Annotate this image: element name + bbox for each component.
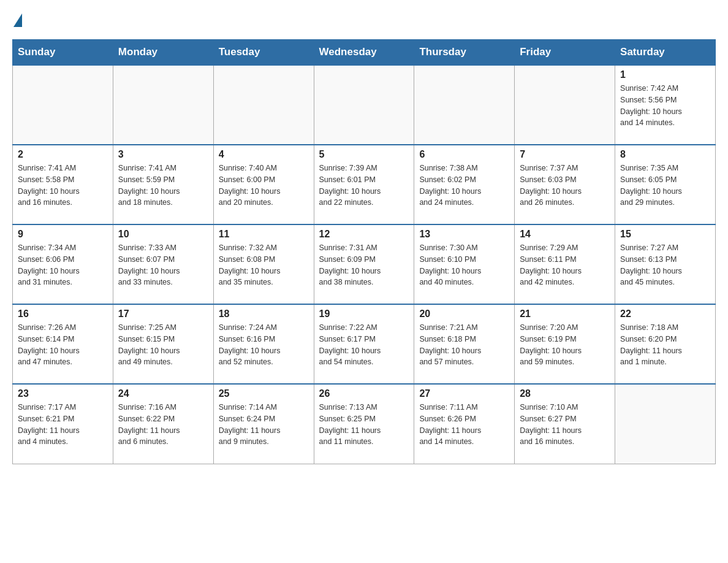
logo — [12, 12, 22, 27]
day-number: 8 — [620, 149, 710, 160]
day-number: 27 — [419, 388, 509, 399]
calendar-header-thursday: Thursday — [414, 40, 515, 66]
calendar-cell: 27Sunrise: 7:11 AM Sunset: 6:26 PM Dayli… — [414, 384, 515, 464]
day-number: 2 — [18, 149, 108, 160]
calendar-cell: 26Sunrise: 7:13 AM Sunset: 6:25 PM Dayli… — [314, 384, 414, 464]
week-row-3: 9Sunrise: 7:34 AM Sunset: 6:06 PM Daylig… — [13, 224, 716, 304]
day-number: 16 — [18, 308, 108, 320]
day-number: 21 — [520, 308, 610, 320]
calendar-cell: 11Sunrise: 7:32 AM Sunset: 6:08 PM Dayli… — [213, 224, 314, 304]
calendar-cell: 23Sunrise: 7:17 AM Sunset: 6:21 PM Dayli… — [13, 384, 113, 464]
page-header — [12, 12, 716, 27]
calendar-table: SundayMondayTuesdayWednesdayThursdayFrid… — [12, 39, 716, 464]
calendar-header-sunday: Sunday — [13, 40, 113, 66]
day-number: 22 — [620, 308, 710, 320]
calendar-cell: 17Sunrise: 7:25 AM Sunset: 6:15 PM Dayli… — [113, 304, 213, 384]
day-info: Sunrise: 7:39 AM Sunset: 6:01 PM Dayligh… — [319, 163, 409, 209]
day-info: Sunrise: 7:21 AM Sunset: 6:18 PM Dayligh… — [419, 322, 509, 368]
logo-triangle-icon — [13, 13, 22, 27]
calendar-header-tuesday: Tuesday — [213, 40, 314, 66]
day-number: 15 — [620, 229, 710, 240]
day-number: 1 — [620, 69, 710, 80]
day-number: 10 — [118, 229, 208, 240]
day-info: Sunrise: 7:24 AM Sunset: 6:16 PM Dayligh… — [219, 322, 309, 368]
calendar-header-wednesday: Wednesday — [314, 40, 414, 66]
calendar-cell — [314, 65, 414, 145]
calendar-cell: 13Sunrise: 7:30 AM Sunset: 6:10 PM Dayli… — [414, 224, 515, 304]
calendar-cell: 2Sunrise: 7:41 AM Sunset: 5:58 PM Daylig… — [13, 145, 113, 224]
day-info: Sunrise: 7:40 AM Sunset: 6:00 PM Dayligh… — [219, 163, 309, 209]
week-row-4: 16Sunrise: 7:26 AM Sunset: 6:14 PM Dayli… — [13, 304, 716, 384]
calendar-cell — [13, 65, 113, 145]
day-number: 4 — [219, 149, 309, 160]
day-info: Sunrise: 7:17 AM Sunset: 6:21 PM Dayligh… — [18, 402, 108, 448]
day-number: 18 — [219, 308, 309, 320]
day-number: 3 — [118, 149, 208, 160]
day-info: Sunrise: 7:29 AM Sunset: 6:11 PM Dayligh… — [520, 242, 610, 288]
week-row-2: 2Sunrise: 7:41 AM Sunset: 5:58 PM Daylig… — [13, 145, 716, 224]
calendar-cell: 14Sunrise: 7:29 AM Sunset: 6:11 PM Dayli… — [515, 224, 615, 304]
day-number: 25 — [219, 388, 309, 399]
calendar-cell: 16Sunrise: 7:26 AM Sunset: 6:14 PM Dayli… — [13, 304, 113, 384]
week-row-1: 1Sunrise: 7:42 AM Sunset: 5:56 PM Daylig… — [13, 65, 716, 145]
day-info: Sunrise: 7:38 AM Sunset: 6:02 PM Dayligh… — [419, 163, 509, 209]
calendar-cell: 7Sunrise: 7:37 AM Sunset: 6:03 PM Daylig… — [515, 145, 615, 224]
day-number: 20 — [419, 308, 509, 320]
day-info: Sunrise: 7:35 AM Sunset: 6:05 PM Dayligh… — [620, 163, 710, 209]
day-number: 23 — [18, 388, 108, 399]
day-info: Sunrise: 7:10 AM Sunset: 6:27 PM Dayligh… — [520, 402, 610, 448]
calendar-cell: 1Sunrise: 7:42 AM Sunset: 5:56 PM Daylig… — [615, 65, 716, 145]
calendar-cell: 4Sunrise: 7:40 AM Sunset: 6:00 PM Daylig… — [213, 145, 314, 224]
calendar-cell — [515, 65, 615, 145]
day-number: 17 — [118, 308, 208, 320]
day-info: Sunrise: 7:34 AM Sunset: 6:06 PM Dayligh… — [18, 242, 108, 288]
day-number: 7 — [520, 149, 610, 160]
calendar-cell: 5Sunrise: 7:39 AM Sunset: 6:01 PM Daylig… — [314, 145, 414, 224]
day-number: 11 — [219, 229, 309, 240]
day-number: 26 — [319, 388, 409, 399]
calendar-cell: 12Sunrise: 7:31 AM Sunset: 6:09 PM Dayli… — [314, 224, 414, 304]
day-info: Sunrise: 7:41 AM Sunset: 5:59 PM Dayligh… — [118, 163, 208, 209]
day-info: Sunrise: 7:41 AM Sunset: 5:58 PM Dayligh… — [18, 163, 108, 209]
day-number: 28 — [520, 388, 610, 399]
calendar-cell: 3Sunrise: 7:41 AM Sunset: 5:59 PM Daylig… — [113, 145, 213, 224]
week-row-5: 23Sunrise: 7:17 AM Sunset: 6:21 PM Dayli… — [13, 384, 716, 464]
calendar-cell — [414, 65, 515, 145]
calendar-cell: 25Sunrise: 7:14 AM Sunset: 6:24 PM Dayli… — [213, 384, 314, 464]
day-info: Sunrise: 7:31 AM Sunset: 6:09 PM Dayligh… — [319, 242, 409, 288]
calendar-cell: 9Sunrise: 7:34 AM Sunset: 6:06 PM Daylig… — [13, 224, 113, 304]
day-info: Sunrise: 7:30 AM Sunset: 6:10 PM Dayligh… — [419, 242, 509, 288]
calendar-header-saturday: Saturday — [615, 40, 716, 66]
calendar-cell: 24Sunrise: 7:16 AM Sunset: 6:22 PM Dayli… — [113, 384, 213, 464]
calendar-cell: 28Sunrise: 7:10 AM Sunset: 6:27 PM Dayli… — [515, 384, 615, 464]
day-number: 5 — [319, 149, 409, 160]
day-number: 12 — [319, 229, 409, 240]
day-info: Sunrise: 7:42 AM Sunset: 5:56 PM Dayligh… — [620, 83, 710, 129]
day-info: Sunrise: 7:20 AM Sunset: 6:19 PM Dayligh… — [520, 322, 610, 368]
calendar-header-friday: Friday — [515, 40, 615, 66]
day-number: 24 — [118, 388, 208, 399]
calendar-cell: 8Sunrise: 7:35 AM Sunset: 6:05 PM Daylig… — [615, 145, 716, 224]
day-info: Sunrise: 7:13 AM Sunset: 6:25 PM Dayligh… — [319, 402, 409, 448]
calendar-cell: 18Sunrise: 7:24 AM Sunset: 6:16 PM Dayli… — [213, 304, 314, 384]
day-number: 14 — [520, 229, 610, 240]
day-info: Sunrise: 7:37 AM Sunset: 6:03 PM Dayligh… — [520, 163, 610, 209]
calendar-cell — [615, 384, 716, 464]
calendar-cell: 15Sunrise: 7:27 AM Sunset: 6:13 PM Dayli… — [615, 224, 716, 304]
day-info: Sunrise: 7:22 AM Sunset: 6:17 PM Dayligh… — [319, 322, 409, 368]
calendar-cell — [213, 65, 314, 145]
day-info: Sunrise: 7:25 AM Sunset: 6:15 PM Dayligh… — [118, 322, 208, 368]
day-info: Sunrise: 7:18 AM Sunset: 6:20 PM Dayligh… — [620, 322, 710, 368]
calendar-cell: 20Sunrise: 7:21 AM Sunset: 6:18 PM Dayli… — [414, 304, 515, 384]
calendar-cell: 22Sunrise: 7:18 AM Sunset: 6:20 PM Dayli… — [615, 304, 716, 384]
day-number: 13 — [419, 229, 509, 240]
calendar-cell: 10Sunrise: 7:33 AM Sunset: 6:07 PM Dayli… — [113, 224, 213, 304]
calendar-header-row: SundayMondayTuesdayWednesdayThursdayFrid… — [13, 40, 716, 66]
day-info: Sunrise: 7:33 AM Sunset: 6:07 PM Dayligh… — [118, 242, 208, 288]
day-info: Sunrise: 7:32 AM Sunset: 6:08 PM Dayligh… — [219, 242, 309, 288]
day-number: 19 — [319, 308, 409, 320]
day-info: Sunrise: 7:27 AM Sunset: 6:13 PM Dayligh… — [620, 242, 710, 288]
calendar-cell: 19Sunrise: 7:22 AM Sunset: 6:17 PM Dayli… — [314, 304, 414, 384]
day-info: Sunrise: 7:16 AM Sunset: 6:22 PM Dayligh… — [118, 402, 208, 448]
calendar-cell: 21Sunrise: 7:20 AM Sunset: 6:19 PM Dayli… — [515, 304, 615, 384]
